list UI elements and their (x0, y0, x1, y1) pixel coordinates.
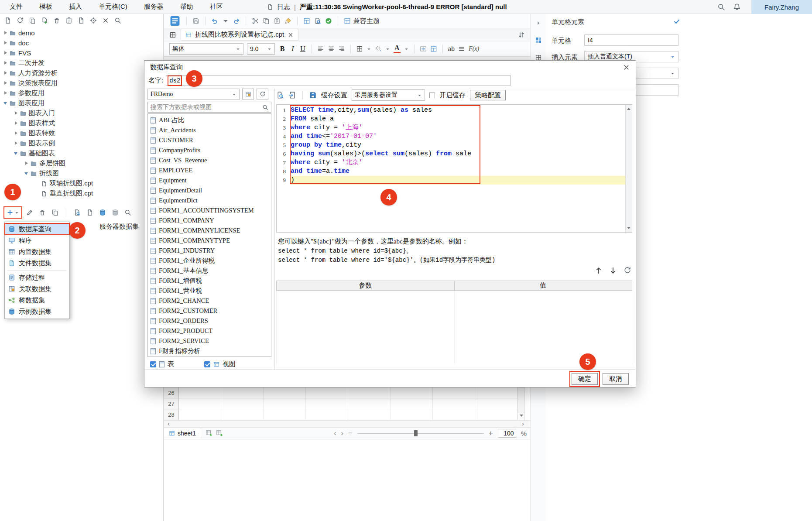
font-size-select[interactable]: 9.0 (247, 43, 275, 55)
undo-icon[interactable] (211, 17, 218, 24)
tree-item[interactable]: 垂直折线图.cpt (0, 189, 163, 199)
row-header[interactable]: 26 (164, 387, 179, 398)
search-dataset-icon[interactable] (124, 209, 131, 216)
expand-arrow-icon[interactable] (14, 151, 19, 156)
delete-template-icon[interactable] (53, 17, 60, 24)
apply-check-icon[interactable] (673, 18, 680, 25)
sql-line[interactable]: group by time,city (291, 141, 625, 150)
chevron-down-icon[interactable] (385, 47, 390, 51)
tree-item[interactable]: 决策报表应用 (0, 78, 163, 88)
table-list-item[interactable]: FORM2_CHANCE (148, 296, 271, 306)
global-search-icon[interactable] (717, 3, 725, 11)
menu-item-3[interactable]: 单元格(C) (99, 3, 127, 11)
form-widget-icon[interactable] (303, 17, 310, 24)
tree-item[interactable]: 多层饼图 (0, 158, 163, 168)
close-template-icon[interactable] (102, 17, 109, 24)
enable-cache-checkbox[interactable] (429, 93, 435, 98)
user-account[interactable]: Fairy.Zhang (751, 0, 812, 14)
table-list-item[interactable]: Equipment (148, 175, 271, 185)
table-list-item[interactable]: F财务指标分析 (148, 346, 271, 356)
preview-sql-icon[interactable] (276, 91, 284, 99)
table-list-item[interactable]: FORM1_企业所得税 (148, 256, 271, 266)
tree-item[interactable]: 双轴折线图.cpt (0, 178, 163, 189)
tree-item[interactable]: 图表示例 (0, 138, 163, 148)
table-list-item[interactable]: FORM2_PRODUCT (148, 326, 271, 336)
pane-splitter[interactable] (274, 89, 275, 370)
server-dataset-label[interactable]: 服务器数据集 (99, 223, 139, 231)
table-list-item[interactable]: FORM1_基本信息 (148, 266, 271, 276)
scroll-left-icon[interactable]: ‹ (168, 420, 170, 427)
zoom-value[interactable]: 100 (498, 429, 516, 438)
dataset-menu-item[interactable]: 程序 (5, 235, 69, 246)
merge-cells-icon[interactable] (420, 45, 427, 52)
chevron-down-icon[interactable] (404, 47, 409, 51)
menu-item-5[interactable]: 帮助 (180, 3, 193, 11)
expand-arrow-icon[interactable] (14, 121, 19, 126)
dataset-menu-item[interactable]: 关联数据集 (5, 283, 69, 295)
expand-arrow-icon[interactable] (3, 41, 8, 45)
table-list-item[interactable]: Air_Accidents (148, 125, 271, 135)
chevron-down-icon[interactable] (232, 92, 236, 97)
notification-bell-icon[interactable] (733, 3, 741, 11)
horizontal-scrollbar[interactable]: ‹ › (164, 420, 530, 428)
sheet-tab[interactable]: sheet1 (164, 428, 201, 439)
collapse-panel-icon[interactable] (535, 20, 541, 26)
zoom-slider-thumb[interactable] (414, 430, 418, 436)
italic-button[interactable]: I (290, 45, 296, 53)
locate-template-icon[interactable] (90, 17, 97, 24)
fill-color-icon[interactable] (375, 45, 382, 52)
font-family-select[interactable]: 黑体 (169, 43, 243, 55)
chevron-down-icon[interactable] (670, 55, 675, 59)
sql-line[interactable]: and time=a.time (291, 167, 625, 176)
table-list-item[interactable]: EquipmentDict (148, 195, 271, 206)
row-cells[interactable] (179, 409, 517, 420)
align-left-icon[interactable] (317, 45, 324, 52)
tab-sort-icon[interactable] (518, 31, 525, 38)
move-down-icon[interactable] (609, 267, 617, 274)
redo-icon[interactable] (233, 17, 240, 24)
tree-item[interactable]: 二次开发 (0, 58, 163, 68)
save-icon[interactable] (192, 17, 199, 24)
unmerge-cells-icon[interactable] (430, 45, 437, 52)
add-dataset-icon[interactable] (7, 209, 14, 216)
shared-dataset-icon[interactable] (112, 209, 119, 216)
zoom-in-icon[interactable]: + (489, 429, 493, 438)
dataset-menu-item[interactable]: 文件数据集 (5, 257, 69, 269)
table-search-input[interactable]: 搜索下方数据表或视图 (147, 102, 271, 113)
expand-arrow-icon[interactable] (3, 61, 8, 65)
cancel-button[interactable]: 取消 (603, 373, 629, 385)
edit-dataset-icon[interactable] (26, 209, 33, 216)
table-list-item[interactable]: Cost_VS_Revenue (148, 155, 271, 165)
log-label[interactable]: 日志 (277, 3, 290, 11)
sql-line[interactable]: where city = '上海' (291, 123, 625, 132)
table-list-item[interactable]: EquipmentDetail (148, 185, 271, 195)
table-list-item[interactable]: FORM1_COMPANYLICENSE (148, 226, 271, 236)
menu-item-4[interactable]: 服务器 (144, 3, 164, 11)
dataset-menu-item[interactable]: 存储过程 (5, 272, 69, 283)
bold-button[interactable]: B (278, 45, 286, 53)
parameter-table-body[interactable] (276, 291, 632, 365)
expand-arrow-icon[interactable] (3, 51, 8, 55)
table-list-item[interactable]: FORM1_INDUSTRY (148, 246, 271, 256)
search-icon[interactable] (262, 104, 268, 110)
refresh-icon[interactable] (17, 17, 24, 24)
vertical-scrollbar[interactable] (517, 387, 525, 420)
tree-item[interactable]: 折线图 (0, 168, 163, 178)
tree-item[interactable]: 参数应用 (0, 88, 163, 98)
new-folder-icon[interactable] (41, 17, 48, 24)
sql-line[interactable]: SELECT time,city,sum(sales) as sales (291, 106, 625, 115)
dataset-menu-item[interactable]: 数据库查询 (5, 223, 69, 235)
undo-caret-icon[interactable] (222, 17, 229, 24)
table-list-item[interactable]: FORM2_CUSTOMER (148, 306, 271, 316)
table-list-item[interactable]: FORM2_SERVICE (148, 336, 271, 346)
duplicate-template-icon[interactable] (29, 17, 36, 24)
zoom-out-icon[interactable]: − (348, 429, 353, 438)
chevron-down-icon[interactable] (267, 47, 272, 51)
expand-arrow-icon[interactable] (3, 81, 8, 86)
scroll-right-icon[interactable]: › (522, 420, 524, 427)
formula-button[interactable]: F(x) (469, 45, 479, 52)
sql-line[interactable]: ) (291, 176, 625, 185)
duplicate-dataset-icon[interactable] (51, 209, 58, 216)
dataset-menu-item[interactable]: 树数据集 (5, 295, 69, 306)
add-grid-sheet-icon[interactable] (206, 430, 212, 437)
